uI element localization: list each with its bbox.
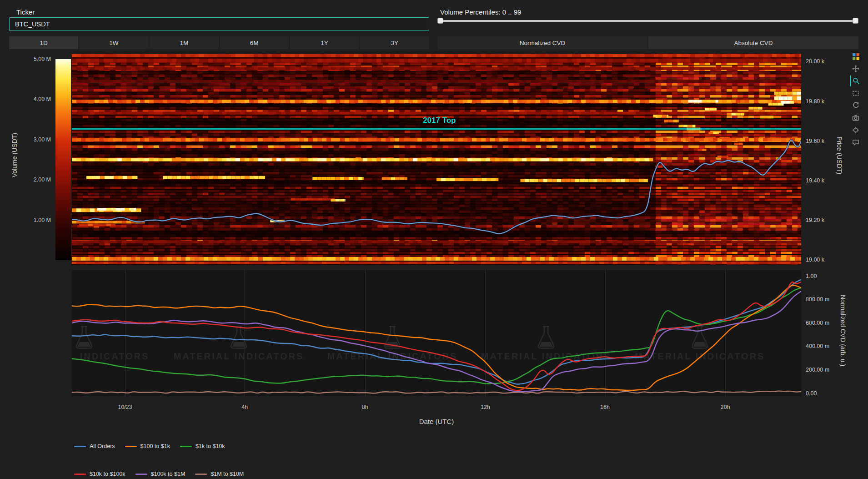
cvd-axis-tick: 0.00	[806, 390, 817, 397]
price-axis-tick: 19.20 k	[806, 217, 824, 223]
volume-colorbar-tick: 1.00 M	[18, 217, 51, 223]
legend-item[interactable]: $100k to $1M	[135, 471, 186, 477]
legend-swatch	[180, 446, 192, 447]
legend-item[interactable]: All Orders	[74, 443, 115, 449]
app-root: Ticker Volume Percentiles: 0 .. 99 1D1W1…	[0, 0, 868, 479]
volume-colorbar-tick: 3.00 M	[18, 136, 51, 143]
legend-item[interactable]: $10k to $100k	[74, 471, 125, 477]
date-axis-tick: 8h	[347, 404, 383, 410]
legend-label: $1M to $10M	[211, 471, 244, 477]
reset-axes-icon[interactable]	[850, 100, 861, 111]
price-axis-tick: 19.00 k	[806, 257, 824, 263]
slider-handle-min[interactable]	[437, 18, 443, 24]
volume-colorbar-tick: 4.00 M	[18, 96, 51, 102]
legend-item[interactable]: $100 to $1k	[125, 443, 170, 449]
percentile-slider[interactable]	[437, 16, 858, 25]
timeframe-buttons: 1D1W1M6M1Y3Y	[9, 36, 429, 49]
legend-label: $10k to $100k	[90, 471, 125, 477]
hover-comment-icon[interactable]	[850, 137, 861, 148]
legend-swatch	[74, 446, 86, 447]
slider-range	[440, 20, 855, 22]
cvd-chart-canvas[interactable]	[72, 270, 801, 396]
legend-label: $100k to $1M	[151, 471, 186, 477]
ticker-input[interactable]	[9, 17, 429, 31]
date-axis-tick: 10/23	[107, 404, 143, 410]
box-select-icon[interactable]	[850, 88, 861, 99]
price-axis-tick: 19.40 k	[806, 177, 824, 184]
price-axis-tick: 19.80 k	[806, 98, 824, 105]
timeframe-button-3y[interactable]: 3Y	[360, 36, 429, 49]
volume-colorbar-tick: 2.00 M	[18, 176, 51, 183]
cvd-axis-tick: 200.00 m	[806, 367, 829, 373]
cvd-axis-tick: 400.00 m	[806, 343, 829, 349]
crosshair-icon[interactable]	[850, 125, 861, 136]
timeframe-button-1m[interactable]: 1M	[150, 36, 219, 49]
date-axis-tick: 20h	[707, 404, 743, 410]
ticker-label: Ticker	[16, 8, 35, 16]
cvd-axis-tick: 600.00 m	[806, 320, 829, 326]
cvd-tab-normalized-cvd[interactable]: Normalized CVD	[437, 36, 647, 49]
legend-swatch	[74, 474, 86, 475]
date-axis-tick: 12h	[467, 404, 503, 410]
volume-axis-title: Volume (USDT)	[11, 133, 18, 177]
date-axis-tick: 16h	[587, 404, 623, 410]
orderbook-heatmap-canvas[interactable]	[72, 54, 801, 265]
price-axis-tick: 20.00 k	[806, 58, 824, 65]
cvd-axis-title: Normalized CVD (arb. u.)	[839, 295, 847, 366]
legend-label: $1k to $10k	[196, 443, 225, 449]
zoom-icon[interactable]	[850, 76, 862, 86]
timeframe-button-6m[interactable]: 6M	[220, 36, 289, 49]
price-axis-title: Price (USDT)	[836, 136, 843, 174]
volume-percentiles-label: Volume Percentiles: 0 .. 99	[440, 8, 521, 16]
cvd-tabs: Normalized CVDAbsolute CVD	[437, 36, 858, 49]
legend-item[interactable]: $1M to $10M	[195, 471, 244, 477]
legend-swatch	[135, 474, 147, 475]
legend-row: $10k to $100k$100k to $1M$1M to $10M	[74, 470, 244, 478]
plotly-logo-icon[interactable]	[850, 51, 861, 62]
legend-row: All Orders$100 to $1k$1k to $10k	[74, 443, 225, 450]
cvd-tab-absolute-cvd[interactable]: Absolute CVD	[648, 36, 858, 49]
timeframe-button-1d[interactable]: 1D	[9, 36, 78, 49]
pan-icon[interactable]	[850, 63, 861, 74]
legend-label: $100 to $1k	[140, 443, 170, 449]
date-axis-tick: 4h	[226, 404, 263, 410]
legend-swatch	[125, 446, 137, 447]
slider-handle-max[interactable]	[853, 18, 858, 24]
legend-item[interactable]: $1k to $10k	[180, 443, 225, 449]
price-axis-tick: 19.60 k	[806, 138, 824, 144]
cvd-axis-tick: 800.00 m	[806, 296, 829, 303]
volume-colorbar-tick: 5.00 M	[18, 56, 51, 62]
timeframe-button-1y[interactable]: 1Y	[290, 36, 359, 49]
timeframe-button-1w[interactable]: 1W	[79, 36, 148, 49]
legend-label: All Orders	[90, 443, 115, 449]
camera-icon[interactable]	[850, 112, 861, 123]
modebar	[850, 51, 862, 148]
cvd-axis-tick: 1.00	[806, 273, 817, 279]
volume-colorbar	[55, 59, 71, 260]
legend-swatch	[195, 474, 207, 475]
date-axis-title: Date (UTC)	[391, 418, 482, 425]
annotation-2017-top: 2017 Top	[423, 116, 456, 125]
